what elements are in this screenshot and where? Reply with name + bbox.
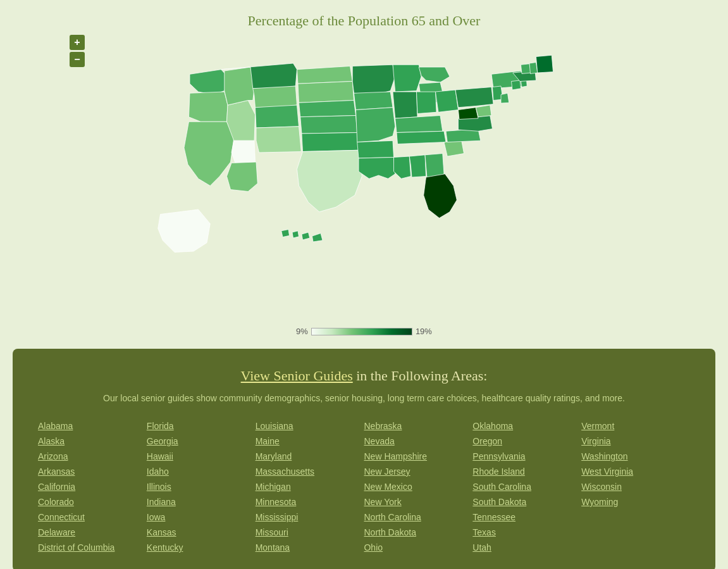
state-link-virginia[interactable]: Virginia xyxy=(581,436,690,446)
state-link-missouri[interactable]: Missouri xyxy=(256,527,364,537)
state-link-new-hampshire[interactable]: New Hampshire xyxy=(364,451,472,461)
bottom-title-rest: in the Following Areas: xyxy=(353,368,488,384)
state-link-maryland[interactable]: Maryland xyxy=(256,451,364,461)
state-link-idaho[interactable]: Idaho xyxy=(147,466,256,477)
state-link-utah[interactable]: Utah xyxy=(472,542,581,553)
state-link-nevada[interactable]: Nevada xyxy=(364,436,472,446)
legend-max-label: 19% xyxy=(416,327,432,336)
state-link-delaware[interactable]: Delaware xyxy=(38,527,147,537)
state-link-west-virginia[interactable]: West Virginia xyxy=(581,466,690,477)
state-link-nebraska[interactable]: Nebraska xyxy=(364,421,472,431)
legend-gradient-bar xyxy=(311,328,412,335)
state-link-wisconsin[interactable]: Wisconsin xyxy=(581,482,690,492)
legend-min-label: 9% xyxy=(296,327,308,336)
map-container xyxy=(80,39,649,323)
state-link-pennsylvania[interactable]: Pennsylvania xyxy=(472,451,581,461)
state-link-north-carolina[interactable]: North Carolina xyxy=(364,512,472,522)
us-map-svg xyxy=(80,39,649,323)
state-link-iowa[interactable]: Iowa xyxy=(147,512,256,522)
state-link-district-of-columbia[interactable]: District of Columbia xyxy=(38,542,147,553)
state-link-arkansas[interactable]: Arkansas xyxy=(38,466,147,477)
state-link-south-dakota[interactable]: South Dakota xyxy=(472,497,581,507)
state-link-north-dakota[interactable]: North Dakota xyxy=(364,527,472,537)
state-column-2: LouisianaMaineMarylandMassachusettsMichi… xyxy=(256,421,364,553)
state-link-georgia[interactable]: Georgia xyxy=(147,436,256,446)
state-link-mississippi[interactable]: Mississippi xyxy=(256,512,364,522)
state-link-hawaii[interactable]: Hawaii xyxy=(147,451,256,461)
state-link-rhode-island[interactable]: Rhode Island xyxy=(472,466,581,477)
state-column-4: OklahomaOregonPennsylvaniaRhode IslandSo… xyxy=(472,421,581,553)
state-link-indiana[interactable]: Indiana xyxy=(147,497,256,507)
view-senior-guides-link[interactable]: View Senior Guides xyxy=(241,368,353,384)
state-link-ohio[interactable]: Ohio xyxy=(364,542,472,553)
state-link-texas[interactable]: Texas xyxy=(472,527,581,537)
state-link-kansas[interactable]: Kansas xyxy=(147,527,256,537)
state-column-5: VermontVirginiaWashingtonWest VirginiaWi… xyxy=(581,421,690,553)
map-title: Percentage of the Population 65 and Over xyxy=(0,13,728,29)
bottom-section: View Senior Guides in the Following Area… xyxy=(13,349,715,569)
state-link-kentucky[interactable]: Kentucky xyxy=(147,542,256,553)
state-link-minnesota[interactable]: Minnesota xyxy=(256,497,364,507)
map-legend: 9% 19% xyxy=(0,327,728,336)
map-section: Percentage of the Population 65 and Over… xyxy=(0,0,728,342)
state-link-michigan[interactable]: Michigan xyxy=(256,482,364,492)
state-link-new-mexico[interactable]: New Mexico xyxy=(364,482,472,492)
state-link-new-york[interactable]: New York xyxy=(364,497,472,507)
state-link-vermont[interactable]: Vermont xyxy=(581,421,690,431)
state-link-california[interactable]: California xyxy=(38,482,147,492)
state-link-alaska[interactable]: Alaska xyxy=(38,436,147,446)
state-column-1: FloridaGeorgiaHawaiiIdahoIllinoisIndiana… xyxy=(147,421,256,553)
state-link-massachusetts[interactable]: Massachusetts xyxy=(256,466,364,477)
state-link-illinois[interactable]: Illinois xyxy=(147,482,256,492)
state-link-south-carolina[interactable]: South Carolina xyxy=(472,482,581,492)
state-link-alabama[interactable]: Alabama xyxy=(38,421,147,431)
bottom-title: View Senior Guides in the Following Area… xyxy=(38,368,690,384)
state-link-oklahoma[interactable]: Oklahoma xyxy=(472,421,581,431)
state-link-louisiana[interactable]: Louisiana xyxy=(256,421,364,431)
state-column-3: NebraskaNevadaNew HampshireNew JerseyNew… xyxy=(364,421,472,553)
states-grid: AlabamaAlaskaArizonaArkansasCaliforniaCo… xyxy=(38,421,690,553)
state-link-maine[interactable]: Maine xyxy=(256,436,364,446)
state-link-oregon[interactable]: Oregon xyxy=(472,436,581,446)
state-link-connecticut[interactable]: Connecticut xyxy=(38,512,147,522)
state-link-montana[interactable]: Montana xyxy=(256,542,364,553)
state-link-florida[interactable]: Florida xyxy=(147,421,256,431)
state-link-tennessee[interactable]: Tennessee xyxy=(472,512,581,522)
bottom-description: Our local senior guides show community d… xyxy=(38,392,690,405)
state-link-arizona[interactable]: Arizona xyxy=(38,451,147,461)
state-link-colorado[interactable]: Colorado xyxy=(38,497,147,507)
state-link-washington[interactable]: Washington xyxy=(581,451,690,461)
state-link-new-jersey[interactable]: New Jersey xyxy=(364,466,472,477)
state-link-wyoming[interactable]: Wyoming xyxy=(581,497,690,507)
state-column-0: AlabamaAlaskaArizonaArkansasCaliforniaCo… xyxy=(38,421,147,553)
